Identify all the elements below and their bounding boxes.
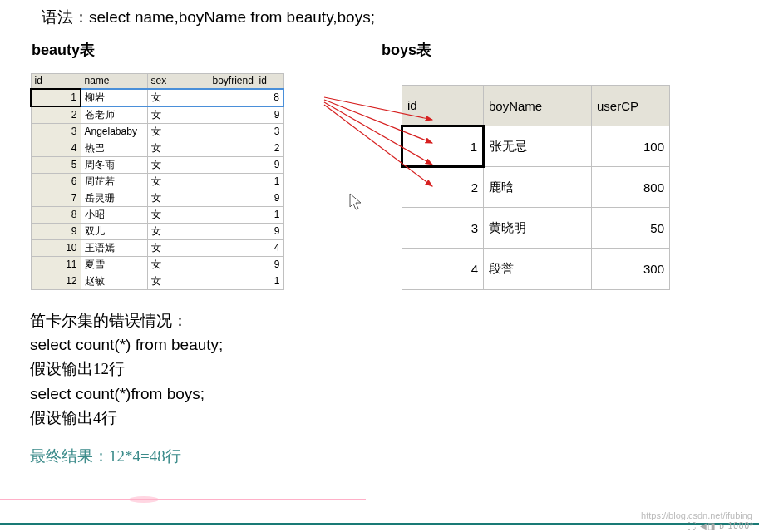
col-boyname: boyName: [484, 86, 592, 126]
col-usercp: userCP: [592, 86, 670, 126]
corner-badge: ⛶ ◀◨ ᴅ 1080ᴾ: [688, 521, 754, 530]
table-row: 3Angelababy女3: [31, 123, 283, 140]
col-name: name: [81, 74, 147, 89]
table-row: 5周冬雨女9: [31, 156, 283, 173]
table-row: 12赵敏女1: [31, 273, 283, 289]
beauty-title: beauty表: [32, 40, 95, 60]
table-header-row: id boyName userCP: [402, 86, 670, 126]
note-line: 假设输出4行: [30, 406, 759, 430]
note-line: select count(*) from beauty;: [30, 332, 759, 357]
note-line: 笛卡尔集的错误情况：: [30, 308, 759, 332]
final-result-line: 最终结果：12*4=48行: [30, 446, 759, 467]
table-row: 4热巴女2: [31, 140, 283, 156]
table-row: 7岳灵珊女9: [31, 190, 283, 206]
table-row: 2鹿晗800: [402, 167, 670, 208]
divider-teal: [0, 523, 759, 525]
divider-pink: [0, 499, 366, 500]
note-line: 假设输出12行: [30, 357, 759, 381]
table-row: 10王语嫣女4: [31, 239, 283, 256]
boys-table: id boyName userCP 1张无忌100 2鹿晗800 3黄晓明50 …: [401, 85, 670, 290]
table-row: 11夏雪女9: [31, 256, 283, 273]
col-sex: sex: [147, 74, 209, 89]
table-row: 9双儿女9: [31, 223, 283, 239]
table-header-row: id name sex boyfriend_id: [31, 74, 283, 89]
syntax-line: 语法：select name,boyName from beauty,boys;: [42, 7, 759, 28]
watermark-text: https://blog.csdn.net/ifubing: [641, 510, 752, 520]
boys-title: boys表: [382, 40, 431, 60]
col-id: id: [402, 86, 484, 126]
table-row: 4段誉300: [402, 249, 670, 289]
table-row: 2苍老师女9: [31, 106, 283, 124]
notes-block: 笛卡尔集的错误情况： select count(*) from beauty; …: [30, 308, 759, 431]
table-row: 8小昭女1: [31, 206, 283, 223]
table-row: 3黄晓明50: [402, 208, 670, 249]
beauty-table: id name sex boyfriend_id 1柳岩女8 2苍老师女9 3A…: [30, 73, 284, 290]
col-boyfriend-id: boyfriend_id: [209, 74, 283, 89]
table-row: 1柳岩女8: [31, 89, 283, 106]
cursor-icon: [349, 193, 362, 215]
table-row: 6周芷若女1: [31, 173, 283, 190]
note-line: select count(*)from boys;: [30, 382, 759, 406]
table-row: 1张无忌100: [402, 126, 670, 167]
col-id: id: [31, 74, 81, 89]
